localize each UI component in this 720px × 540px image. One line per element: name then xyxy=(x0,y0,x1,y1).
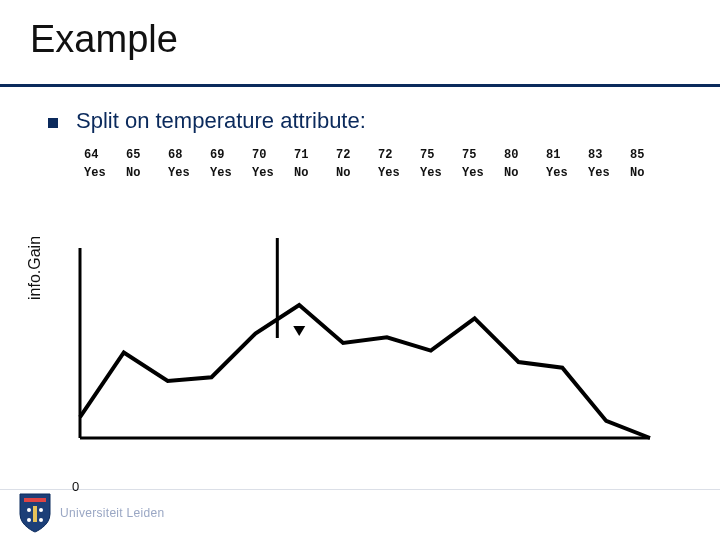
table-cell: 64 xyxy=(84,148,126,162)
bullet-icon xyxy=(48,118,58,128)
svg-point-2 xyxy=(39,508,43,512)
table-cell: Yes xyxy=(546,162,588,180)
bullet-text: Split on temperature attribute: xyxy=(76,108,366,134)
table-cell: 75 xyxy=(462,148,504,162)
svg-point-1 xyxy=(27,508,31,512)
table-cell: No xyxy=(630,162,672,180)
svg-rect-5 xyxy=(33,506,37,522)
table-cell: 72 xyxy=(378,148,420,162)
table-cell: 72 xyxy=(336,148,378,162)
table-cell: 65 xyxy=(126,148,168,162)
table-cell: 81 xyxy=(546,148,588,162)
svg-point-4 xyxy=(39,518,43,522)
title-underline xyxy=(0,84,720,87)
table-cell: 75 xyxy=(420,148,462,162)
table-cell: Yes xyxy=(168,162,210,180)
table-row: Yes No Yes Yes Yes No No Yes Yes Yes No … xyxy=(84,162,690,180)
data-table: 64 65 68 69 70 71 72 72 75 75 80 81 83 8… xyxy=(84,148,690,180)
down-arrow-icon xyxy=(293,326,305,336)
content-area: Split on temperature attribute: 64 65 68… xyxy=(40,108,690,180)
title-area: Example xyxy=(0,0,720,61)
footer-divider xyxy=(0,489,720,490)
svg-rect-0 xyxy=(24,498,46,502)
table-cell: Yes xyxy=(588,162,630,180)
table-cell: 71 xyxy=(294,148,336,162)
table-cell: No xyxy=(294,162,336,180)
table-cell: 69 xyxy=(210,148,252,162)
table-cell: Yes xyxy=(210,162,252,180)
table-cell: Yes xyxy=(462,162,504,180)
y-axis-label: info.Gain xyxy=(26,236,44,300)
university-name: Universiteit Leiden xyxy=(60,506,164,520)
chart-svg xyxy=(60,238,660,448)
table-cell: Yes xyxy=(378,162,420,180)
slide-title: Example xyxy=(30,18,720,61)
table-cell: 80 xyxy=(504,148,546,162)
table-row: 64 65 68 69 70 71 72 72 75 75 80 81 83 8… xyxy=(84,148,690,162)
table-cell: Yes xyxy=(420,162,462,180)
slide: Example Split on temperature attribute: … xyxy=(0,0,720,540)
table-cell: No xyxy=(126,162,168,180)
footer: Universiteit Leiden xyxy=(0,486,720,540)
bullet-row: Split on temperature attribute: xyxy=(48,108,690,134)
shield-icon xyxy=(18,492,52,534)
table-cell: Yes xyxy=(84,162,126,180)
table-cell: 83 xyxy=(588,148,630,162)
logo: Universiteit Leiden xyxy=(18,492,164,534)
table-cell: 70 xyxy=(252,148,294,162)
chart xyxy=(60,238,660,448)
table-cell: Yes xyxy=(252,162,294,180)
series-line xyxy=(80,305,650,438)
svg-point-3 xyxy=(27,518,31,522)
table-cell: 85 xyxy=(630,148,672,162)
table-cell: 68 xyxy=(168,148,210,162)
table-cell: No xyxy=(504,162,546,180)
table-cell: No xyxy=(336,162,378,180)
